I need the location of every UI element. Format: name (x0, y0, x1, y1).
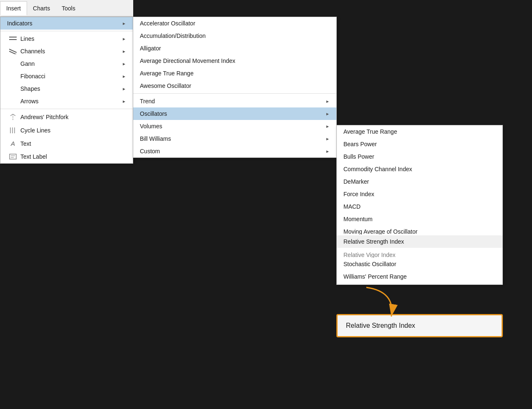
menu-item-accelerator[interactable]: Accelerator Oscillator (133, 17, 336, 30)
menu-item-lines[interactable]: Lines ► (0, 32, 133, 45)
menubar-charts[interactable]: Charts (27, 2, 56, 15)
menu-item-bears-power[interactable]: Bears Power (337, 138, 502, 150)
menu-item-moving-avg-osc[interactable]: Moving Average of Oscillator (337, 225, 502, 234)
menu-item-avg-true-range[interactable]: Average True Range (337, 125, 502, 138)
menu-item-momentum[interactable]: Momentum (337, 213, 502, 225)
menu-item-shapes[interactable]: Shapes ► (0, 82, 133, 95)
menu-level2: Accelerator Oscillator Accumulation/Dist… (133, 17, 337, 158)
menu-item-arrows[interactable]: Arrows ► (0, 95, 133, 107)
menu-item-relative-vigor[interactable]: Relative Vigor Index (337, 249, 502, 258)
textlabel-icon (7, 153, 19, 160)
menu-item-indicators[interactable]: Indicators ► (0, 17, 133, 30)
menu-item-channels[interactable]: Channels ► (0, 45, 133, 57)
menu-item-moving-avg-partial-container: Moving Average of Oscillator (337, 225, 502, 234)
divider-1 (0, 31, 133, 31)
chevron-right-icon: ► (122, 62, 126, 66)
menu-item-force-index[interactable]: Force Index (337, 188, 502, 200)
menu-item-awesome[interactable]: Awesome Oscillator (133, 80, 336, 92)
rsi-label: Relative Strength Index (346, 322, 415, 329)
svg-line-6 (13, 114, 15, 116)
menu-item-commodity-channel[interactable]: Commodity Channel Index (337, 163, 502, 175)
menu-item-oscillators[interactable]: Oscillators ► (133, 107, 336, 120)
channels-icon (7, 48, 19, 54)
menu-item-accumulation[interactable]: Accumulation/Distribution (133, 30, 336, 42)
menubar: Insert Charts Tools (0, 0, 133, 17)
divider-2 (0, 109, 133, 109)
menu-item-text-label[interactable]: Text Label (0, 150, 133, 163)
menu-item-andrews[interactable]: Andrews' Pitchfork (0, 110, 133, 124)
svg-line-5 (10, 114, 13, 116)
chevron-right-icon: ► (122, 74, 126, 79)
menubar-insert[interactable]: Insert (0, 1, 27, 15)
chevron-right-icon: ► (122, 49, 126, 54)
menu-item-trend[interactable]: Trend ► (133, 95, 336, 107)
chevron-right-icon: ► (326, 99, 330, 104)
menu-item-avg-true[interactable]: Average True Range (133, 67, 336, 80)
menu-item-volumes[interactable]: Volumes ► (133, 120, 336, 132)
menu-item-custom[interactable]: Custom ► (133, 145, 336, 157)
menu-item-cycle-lines[interactable]: Cycle Lines (0, 124, 133, 137)
menu-item-rsi[interactable]: Relative Strength Index (337, 235, 502, 248)
menubar-tools[interactable]: Tools (56, 2, 81, 15)
chevron-right-icon: ► (326, 137, 330, 141)
menu-level3: Average True Range Bears Power Bulls Pow… (336, 125, 503, 285)
chevron-right-icon: ► (326, 124, 330, 129)
menu-item-avg-dir[interactable]: Average Directional Movement Index (133, 55, 336, 67)
text-a-icon: A (7, 140, 19, 147)
menu-item-alligator[interactable]: Alligator (133, 42, 336, 55)
menu-item-demarker[interactable]: DeMarker (337, 175, 502, 188)
menu-item-bulls-power[interactable]: Bulls Power (337, 150, 502, 163)
menu-item-macd[interactable]: MACD (337, 200, 502, 213)
chevron-right-icon: ► (122, 21, 126, 26)
menu-item-bill-williams[interactable]: Bill Williams ► (133, 132, 336, 145)
menu-item-gann[interactable]: Gann ► (0, 57, 133, 70)
lines-icon (7, 36, 19, 42)
rsi-highlight-box: Relative Strength Index (336, 314, 503, 337)
menu-item-stochastic[interactable]: Stochastic Oscillator (337, 258, 502, 270)
cyclelines-icon (7, 127, 19, 134)
svg-rect-10 (10, 154, 16, 159)
menu-item-relative-vigor-container: Relative Vigor Index (337, 249, 502, 258)
chevron-right-icon: ► (122, 99, 126, 104)
menu-item-text[interactable]: A Text (0, 137, 133, 150)
chevron-right-icon: ► (326, 112, 330, 116)
menu-level1: Indicators ► Lines ► Channels ► Gann ► F… (0, 17, 133, 164)
menu-item-williams-pct[interactable]: Williams' Percent Range (337, 270, 502, 283)
divider-l2 (133, 93, 336, 94)
chevron-right-icon: ► (122, 37, 126, 41)
chevron-right-icon: ► (122, 87, 126, 91)
menu-item-fibonacci[interactable]: Fibonacci ► (0, 70, 133, 82)
chevron-right-icon: ► (326, 149, 330, 154)
pitchfork-icon (7, 113, 19, 121)
